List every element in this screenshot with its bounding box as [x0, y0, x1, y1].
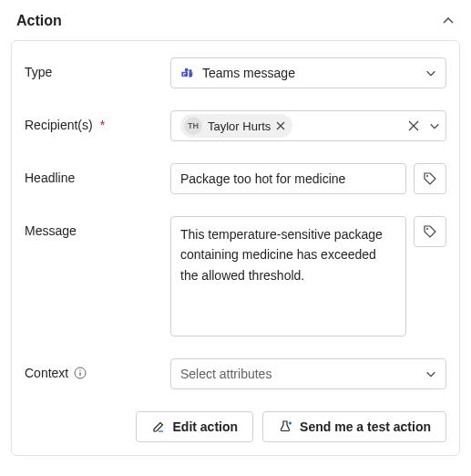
- recipient-name: Taylor Hurts: [208, 119, 271, 133]
- row-type: Type Teams message: [25, 57, 446, 88]
- footer-buttons: Edit action Send me a test action: [25, 411, 446, 442]
- recipients-input[interactable]: TH Taylor Hurts: [170, 110, 446, 141]
- type-value: Teams message: [202, 66, 295, 80]
- clear-all-icon[interactable]: [407, 119, 420, 132]
- label-recipients: Recipient(s) *: [25, 110, 170, 132]
- send-test-action-button[interactable]: Send me a test action: [262, 411, 446, 442]
- label-message: Message: [25, 216, 170, 238]
- type-select[interactable]: Teams message: [170, 57, 446, 88]
- row-headline: Headline: [25, 163, 446, 194]
- remove-chip-icon[interactable]: [276, 121, 285, 130]
- info-icon[interactable]: [74, 367, 87, 379]
- message-tags-button[interactable]: [414, 216, 446, 247]
- avatar: TH: [184, 117, 202, 135]
- svg-point-0: [426, 175, 428, 177]
- test-icon: [278, 419, 292, 434]
- chevron-down-icon: [425, 368, 436, 379]
- headline-tags-button[interactable]: [414, 163, 446, 194]
- label-context: Context: [25, 358, 170, 380]
- svg-point-1: [426, 228, 428, 230]
- row-recipients: Recipient(s) * TH Taylor Hurts: [25, 110, 446, 141]
- edit-icon: [151, 419, 166, 434]
- tag-icon: [423, 224, 437, 239]
- collapse-chevron-icon[interactable]: [442, 15, 455, 27]
- recipient-chip[interactable]: TH Taylor Hurts: [180, 114, 292, 138]
- headline-input[interactable]: [170, 163, 406, 194]
- action-panel: Type Teams message Recipient(s) *: [11, 40, 460, 456]
- context-select[interactable]: Select attributes: [170, 358, 446, 389]
- panel-title: Action: [16, 13, 62, 29]
- row-context: Context Select attributes: [25, 358, 446, 389]
- row-message: Message: [25, 216, 446, 336]
- edit-action-button[interactable]: Edit action: [136, 411, 254, 442]
- required-mark: *: [100, 118, 105, 132]
- panel-header[interactable]: Action: [0, 0, 471, 40]
- teams-icon: [180, 66, 195, 80]
- label-headline: Headline: [25, 163, 170, 185]
- message-textarea[interactable]: [170, 216, 406, 336]
- label-type: Type: [25, 57, 170, 79]
- svg-point-3: [80, 370, 81, 371]
- chevron-down-icon[interactable]: [429, 120, 440, 131]
- context-placeholder: Select attributes: [180, 367, 271, 381]
- chevron-down-icon: [425, 67, 436, 78]
- tag-icon: [423, 171, 437, 186]
